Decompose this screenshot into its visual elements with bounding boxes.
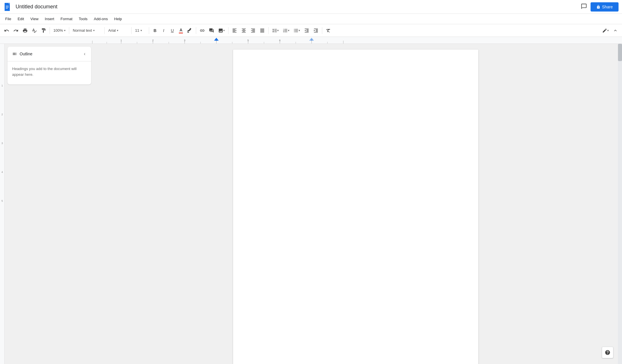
divider-5 [149,27,149,34]
document-area[interactable] [94,44,617,364]
comments-button[interactable] [580,2,588,12]
align-center-button[interactable] [239,26,248,35]
align-left-button[interactable] [230,26,239,35]
outline-body: Headings you add to the document will ap… [8,61,91,84]
divider-9 [322,27,322,34]
indent-decrease-button[interactable] [302,26,311,35]
ruler-inner: 1 2 3 4 5 6 7 [92,37,352,44]
paint-format-button[interactable] [39,26,48,35]
editing-mode-button[interactable]: ▾ [600,26,610,35]
divider-4 [131,27,132,34]
main-content: 1 2 3 4 5 Outline ‹ Headings you add to … [0,44,622,364]
redo-button[interactable] [12,26,20,35]
outline-title: Outline [20,52,32,56]
style-dropdown-arrow: ▾ [93,29,95,32]
collapse-arrow: ‹ [84,51,85,56]
menu-help[interactable]: Help [111,16,125,22]
outline-empty-text: Headings you add to the document will ap… [12,67,76,77]
align-justify-button[interactable] [258,26,267,35]
svg-rect-3 [6,6,9,6]
highlight-button[interactable] [186,26,194,35]
zoom-dropdown-arrow: ▾ [64,29,65,32]
divider-6 [196,27,196,34]
menu-edit[interactable]: Edit [15,16,27,22]
vertical-ruler: 1 2 3 4 5 [0,44,5,364]
link-button[interactable] [198,26,207,35]
spellcheck-button[interactable] [30,26,39,35]
outline-collapse-button[interactable]: ‹ [83,50,87,58]
outline-panel: Outline ‹ Headings you add to the docume… [8,47,91,84]
line-spacing-button[interactable]: ▾ [270,26,280,35]
menu-addons[interactable]: Add-ons [91,16,110,22]
title-actions: Share [580,2,619,12]
divider-1 [50,27,50,34]
menu-tools[interactable]: Tools [76,16,90,22]
menu-view[interactable]: View [27,16,41,22]
menu-format[interactable]: Format [58,16,75,22]
svg-marker-31 [309,38,314,41]
indent-increase-button[interactable] [312,26,320,35]
font-size-selector[interactable]: 11 ▾ [133,26,147,35]
text-style-value: Normal text [73,28,92,33]
text-color-button[interactable]: A [177,26,185,35]
menu-bar: File Edit View Insert Format Tools Add-o… [0,14,622,24]
font-selector[interactable]: Arial ▾ [106,26,130,35]
svg-rect-5 [6,8,8,9]
image-dropdown-arrow: ▾ [223,29,225,32]
zoom-selector[interactable]: 100% ▾ [52,26,67,35]
bold-button[interactable]: B [151,26,159,35]
scrollbar-track [618,44,622,364]
app-icon [3,2,13,12]
zoom-value: 100% [53,28,63,33]
undo-button[interactable] [2,26,11,35]
svg-marker-30 [214,38,219,41]
toolbar: 100% ▾ Normal text ▾ Arial ▾ 11 ▾ B I U … [0,24,622,37]
share-button[interactable]: Share [591,2,619,12]
underline-button[interactable]: U [168,26,176,35]
document-title[interactable]: Untitled document [16,4,580,10]
align-right-button[interactable] [249,26,257,35]
right-scrollbar[interactable] [617,44,622,364]
menu-file[interactable]: File [2,16,14,22]
menu-insert[interactable]: Insert [42,16,57,22]
font-value: Arial [108,28,116,33]
sidebar: Outline ‹ Headings you add to the docume… [5,44,94,364]
document-page[interactable] [233,50,478,364]
font-dropdown-arrow: ▾ [117,29,118,32]
divider-7 [228,27,228,34]
ruler: 1 2 3 4 5 6 7 [0,37,622,44]
outline-icon [12,51,17,56]
bullet-list-button[interactable]: ▾ [292,26,302,35]
print-button[interactable] [21,26,29,35]
share-label: Share [602,5,613,9]
explore-button[interactable] [602,347,613,358]
outline-header: Outline ‹ [8,47,91,61]
scrollbar-thumb[interactable] [618,44,622,61]
image-button[interactable]: ▾ [216,26,226,35]
divider-8 [268,27,269,34]
clear-formatting-button[interactable] [324,26,333,35]
comment-button[interactable] [207,26,216,35]
numbered-list-button[interactable]: ▾ [281,26,291,35]
font-size-dropdown-arrow: ▾ [140,29,142,32]
svg-rect-4 [6,7,9,7]
divider-3 [104,27,105,34]
title-bar: Untitled document Share [0,0,622,14]
divider-2 [69,27,69,34]
collapse-toolbar-button[interactable] [611,26,620,35]
italic-button[interactable]: I [160,26,168,35]
text-style-selector[interactable]: Normal text ▾ [71,26,103,35]
font-size-value: 11 [135,28,139,33]
outline-title-row: Outline [12,51,32,56]
